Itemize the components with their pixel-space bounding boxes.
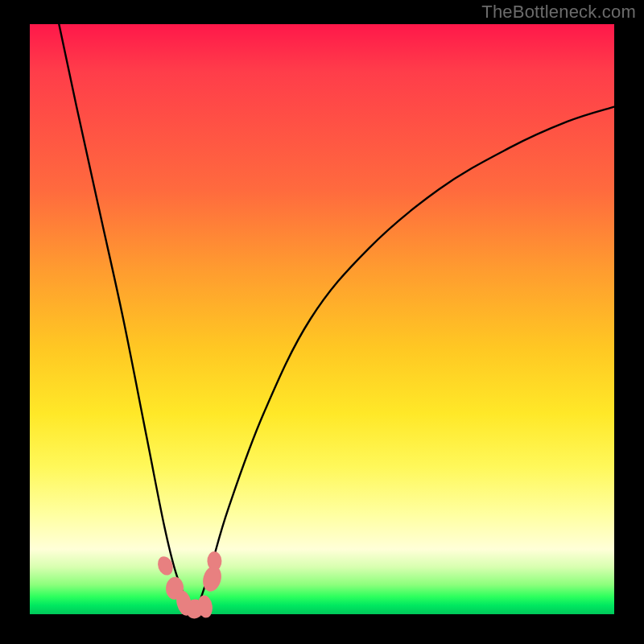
plot-area — [30, 24, 614, 614]
chart-frame: TheBottleneck.com — [0, 0, 644, 644]
curve-layer — [30, 24, 614, 614]
bottleneck-curve — [59, 24, 614, 614]
trough-markers-group — [155, 551, 224, 620]
watermark-text: TheBottleneck.com — [481, 2, 636, 23]
